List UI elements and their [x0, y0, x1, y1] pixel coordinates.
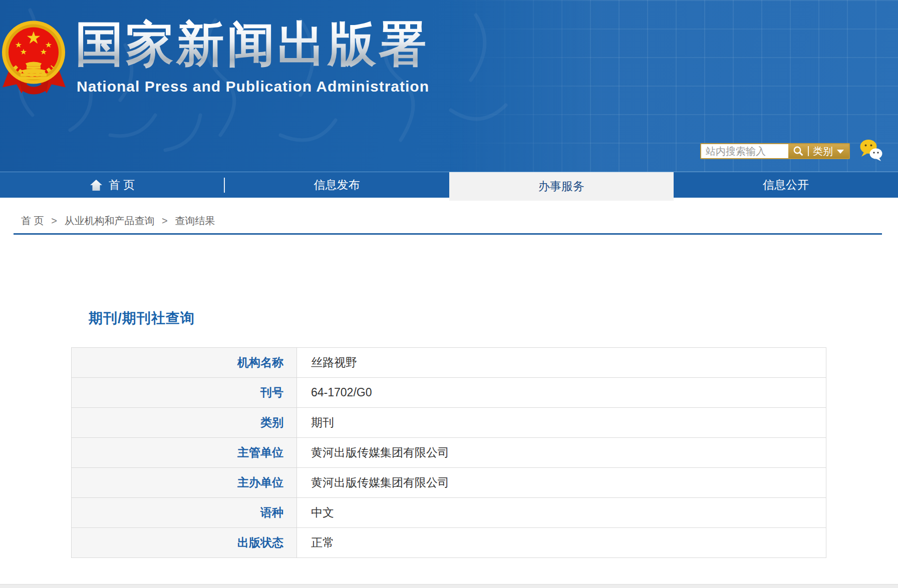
search-category-dropdown[interactable]: 类别 — [813, 145, 833, 158]
row-label: 机构名称 — [72, 348, 297, 378]
breadcrumb-current: 查询结果 — [175, 215, 215, 226]
row-value: 正常 — [297, 528, 826, 558]
svg-text:★: ★ — [40, 47, 47, 57]
row-value: 期刊 — [297, 408, 826, 438]
site-search: 类别 — [700, 143, 850, 159]
breadcrumb-separator: > — [162, 215, 168, 226]
nav-item-services[interactable]: 办事服务 — [449, 172, 674, 201]
caret-down-icon[interactable] — [837, 150, 844, 154]
row-label: 主管单位 — [72, 438, 297, 468]
row-value: 64-1702/G0 — [297, 378, 826, 408]
svg-text:★: ★ — [26, 28, 41, 48]
search-input[interactable] — [701, 144, 788, 158]
table-row: 出版状态 正常 — [72, 528, 826, 558]
table-row: 机构名称 丝路视野 — [72, 348, 826, 378]
table-row: 刊号 64-1702/G0 — [72, 378, 826, 408]
row-value: 黄河出版传媒集团有限公司 — [297, 468, 826, 498]
search-divider — [808, 146, 809, 156]
nav-item-label: 办事服务 — [538, 179, 584, 194]
svg-text:★: ★ — [20, 47, 27, 57]
search-button[interactable]: 类别 — [788, 144, 849, 158]
site-header: ★ ★ ★ ★ ★ 国家新闻出版署 National Press and Pub… — [0, 0, 898, 172]
home-icon — [90, 179, 103, 191]
table-row: 类别 期刊 — [72, 408, 826, 438]
nav-item-label: 首 页 — [109, 177, 135, 193]
wechat-icon[interactable] — [858, 138, 884, 162]
site-title[interactable]: 国家新闻出版署 — [75, 18, 429, 70]
breadcrumb: 首 页 > 从业机构和产品查询 > 查询结果 — [21, 214, 215, 228]
footer-edge — [0, 584, 898, 588]
main-nav: 首 页 信息发布 办事服务 信息公开 — [0, 172, 898, 198]
nav-item-disclosure[interactable]: 信息公开 — [674, 172, 898, 198]
site-subtitle: National Press and Publication Administr… — [77, 78, 429, 95]
row-label: 刊号 — [72, 378, 297, 408]
breadcrumb-rule — [14, 233, 882, 235]
row-label: 主办单位 — [72, 468, 297, 498]
breadcrumb-separator: > — [51, 215, 57, 226]
national-emblem-logo: ★ ★ ★ ★ ★ — [2, 17, 67, 96]
page-title: 期刊/期刊社查询 — [89, 309, 195, 328]
row-label: 类别 — [72, 408, 297, 438]
row-value: 中文 — [297, 498, 826, 528]
nav-item-home[interactable]: 首 页 — [0, 172, 224, 198]
table-row: 主办单位 黄河出版传媒集团有限公司 — [72, 468, 826, 498]
search-icon — [793, 146, 804, 157]
row-value: 黄河出版传媒集团有限公司 — [297, 438, 826, 468]
page: ★ ★ ★ ★ ★ 国家新闻出版署 National Press and Pub… — [0, 0, 898, 588]
breadcrumb-home[interactable]: 首 页 — [21, 215, 44, 226]
table-row: 主管单位 黄河出版传媒集团有限公司 — [72, 438, 826, 468]
row-label: 出版状态 — [72, 528, 297, 558]
table-row: 语种 中文 — [72, 498, 826, 528]
nav-item-label: 信息发布 — [314, 177, 360, 193]
row-label: 语种 — [72, 498, 297, 528]
row-value: 丝路视野 — [297, 348, 826, 378]
result-table: 机构名称 丝路视野 刊号 64-1702/G0 类别 期刊 主管单位 黄河出版传… — [71, 347, 826, 558]
nav-item-news[interactable]: 信息发布 — [224, 172, 449, 198]
breadcrumb-query[interactable]: 从业机构和产品查询 — [64, 215, 154, 226]
nav-item-label: 信息公开 — [763, 177, 809, 193]
